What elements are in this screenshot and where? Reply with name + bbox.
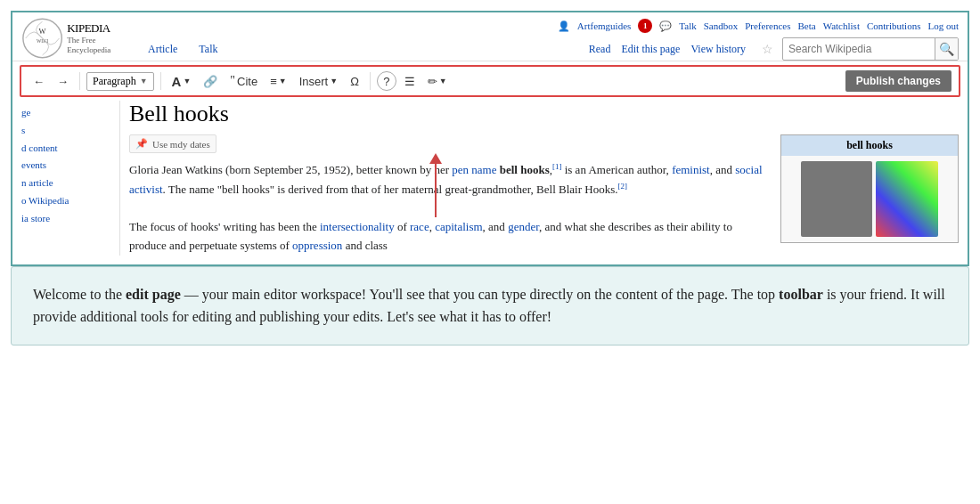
- social-activist-link[interactable]: social activist: [129, 163, 763, 196]
- wiki-sidebar: ge s d content events n article o Wikipe…: [21, 101, 119, 256]
- special-char-button[interactable]: Ω: [346, 72, 363, 91]
- search-bar: 🔍: [782, 37, 959, 61]
- wiki-container: W WIKI KIPEDIA The Free Encyclopedia 👤 A…: [11, 11, 969, 266]
- wiki-tabs: Article Talk: [137, 39, 228, 60]
- gender-link[interactable]: gender: [508, 220, 539, 233]
- messages-icon: 💬: [659, 20, 672, 32]
- tab-article[interactable]: Article: [137, 39, 188, 60]
- paragraph-label: Paragraph: [93, 75, 136, 88]
- cite-button[interactable]: " Cite: [225, 71, 262, 91]
- sidebar-link-2[interactable]: s: [21, 122, 119, 140]
- contributions-link[interactable]: Contributions: [867, 20, 921, 31]
- sidebar-link-3[interactable]: d content: [21, 140, 119, 158]
- arrow-indicator: [429, 153, 442, 217]
- maintenance-tag: 📌 Use mdy dates: [129, 134, 216, 153]
- action-edit[interactable]: Edit this page: [621, 43, 680, 56]
- user-icon: 👤: [558, 20, 570, 32]
- edit-toolbar: ← → Paragraph ▼ A ▼ 🔗 " Cite ≡ ▼ Insert …: [20, 65, 960, 97]
- action-read[interactable]: Read: [589, 43, 611, 56]
- tooltip-bold-1: edit page: [126, 287, 181, 302]
- watchstar-icon[interactable]: ☆: [762, 42, 773, 57]
- infobox: bell hooks: [780, 134, 959, 243]
- bold-button[interactable]: A ▼: [167, 71, 196, 92]
- username[interactable]: Artfemguides: [577, 20, 631, 31]
- paragraph-arrow: ▼: [140, 77, 148, 85]
- tooltip-text-middle: — your main editor workspace! You'll see…: [181, 287, 779, 302]
- wiki-content: ge s d content events n article o Wikipe…: [12, 101, 968, 264]
- toolbar-separator-1: [79, 72, 80, 90]
- race-link[interactable]: race: [410, 220, 429, 233]
- wiki-actions: Read Edit this page View history ☆: [589, 42, 773, 57]
- publish-button[interactable]: Publish changes: [845, 70, 951, 92]
- pen-name-link[interactable]: pen name: [452, 163, 496, 176]
- maintenance-icon: 📌: [135, 138, 148, 150]
- list-button[interactable]: ≡ ▼: [265, 72, 291, 91]
- capitalism-link[interactable]: capitalism: [435, 220, 482, 233]
- maintenance-text: Use mdy dates: [152, 139, 210, 150]
- sidebar-link-7[interactable]: ia store: [21, 210, 119, 228]
- toolbar-separator-3: [370, 72, 371, 90]
- sidebar-link-5[interactable]: n article: [21, 175, 119, 192]
- wiki-header: W WIKI KIPEDIA The Free Encyclopedia 👤 A…: [12, 12, 968, 61]
- search-input[interactable]: [783, 41, 935, 57]
- toolbar-separator-2: [160, 72, 161, 90]
- infobox-photo: [801, 161, 872, 237]
- sidebar-link-4[interactable]: events: [21, 157, 119, 175]
- oppression-link[interactable]: oppression: [292, 239, 342, 252]
- more-button[interactable]: ☰: [400, 72, 420, 91]
- undo-button[interactable]: ←: [29, 72, 49, 91]
- tab-talk[interactable]: Talk: [188, 39, 228, 60]
- help-button[interactable]: ?: [377, 71, 396, 91]
- infobox-cover: [876, 161, 938, 237]
- beta-link[interactable]: Beta: [798, 20, 816, 31]
- wiki-top-right: 👤 Artfemguides 1 💬 Talk Sandbox Preferen…: [137, 16, 959, 61]
- search-button[interactable]: 🔍: [935, 37, 958, 61]
- tabs-search-row: Article Talk Read Edit this page View hi…: [137, 36, 959, 61]
- talk-link[interactable]: Talk: [679, 20, 696, 31]
- wikipedia-logo: W WIKI: [21, 16, 63, 61]
- watchlist-link[interactable]: Watchlist: [823, 20, 860, 31]
- logout-link[interactable]: Log out: [927, 20, 959, 31]
- notification-badge[interactable]: 1: [638, 19, 652, 33]
- link-button[interactable]: 🔗: [199, 72, 222, 91]
- edit-mode-button[interactable]: ✏ ▼: [423, 72, 452, 91]
- action-history[interactable]: View history: [690, 43, 746, 56]
- preferences-link[interactable]: Preferences: [745, 20, 790, 31]
- feminist-link[interactable]: feminist: [672, 163, 710, 176]
- logo-wikipedia: KIPEDIA: [67, 21, 137, 36]
- sidebar-link-1[interactable]: ge: [21, 104, 119, 122]
- logo-encyclopedia: The Free Encyclopedia: [67, 36, 137, 55]
- arrow-head: [429, 153, 442, 164]
- wiki-main: Bell hooks bell hooks 📌 Use mdy dates Gl…: [119, 101, 959, 256]
- tooltip-box: Welcome to the edit page — your main edi…: [11, 266, 969, 345]
- redo-button[interactable]: →: [53, 72, 73, 91]
- logo-text: KIPEDIA The Free Encyclopedia: [67, 21, 137, 54]
- article-title: Bell hooks: [129, 101, 959, 127]
- tooltip-text-before: Welcome to the: [33, 287, 126, 302]
- tooltip-bold-2: toolbar: [779, 287, 823, 302]
- intersectionality-link[interactable]: intersectionality: [320, 220, 395, 233]
- arrow-line: [435, 164, 437, 217]
- svg-text:W: W: [39, 27, 46, 36]
- infobox-images: [781, 156, 958, 242]
- sidebar-link-6[interactable]: o Wikipedia: [21, 192, 119, 210]
- paragraph-dropdown[interactable]: Paragraph ▼: [86, 72, 154, 91]
- sandbox-link[interactable]: Sandbox: [704, 20, 739, 31]
- logo-area: W WIKI KIPEDIA The Free Encyclopedia: [21, 16, 137, 61]
- user-bar: 👤 Artfemguides 1 💬 Talk Sandbox Preferen…: [558, 16, 959, 36]
- infobox-title: bell hooks: [781, 135, 958, 156]
- insert-button[interactable]: Insert ▼: [295, 72, 342, 91]
